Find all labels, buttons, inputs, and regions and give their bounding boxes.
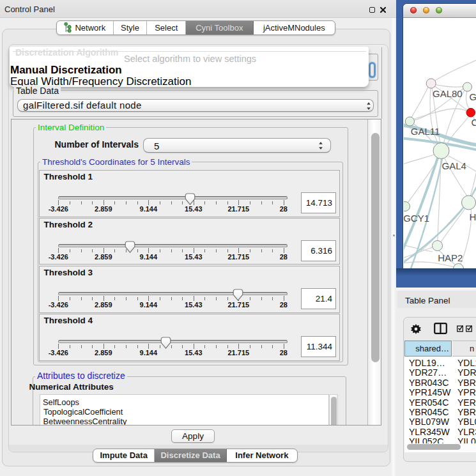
svg-text:H: H [470, 211, 476, 222]
svg-text:HAP2: HAP2 [438, 252, 463, 263]
svg-text:C: C [472, 117, 476, 128]
svg-text:GA: GA [470, 91, 476, 102]
svg-text:GCY1: GCY1 [404, 213, 429, 224]
svg-text:GAL4: GAL4 [442, 160, 466, 171]
svg-text:GAL11: GAL11 [411, 126, 440, 137]
svg-text:GAL80: GAL80 [433, 88, 463, 99]
